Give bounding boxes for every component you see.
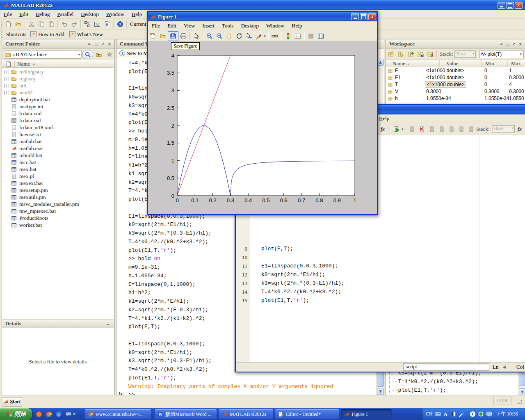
shortcut-arrow-icon[interactable]: ↗ bbox=[69, 31, 75, 37]
breadcrumb-bin[interactable]: bin bbox=[37, 51, 44, 58]
green-ball-icon[interactable] bbox=[477, 411, 484, 418]
import-variable-icon[interactable] bbox=[406, 50, 415, 59]
editor-line-10[interactable]: 10 bbox=[236, 253, 525, 262]
rotate-3d-icon[interactable] bbox=[234, 32, 244, 41]
breadcrumb-back[interactable]: « bbox=[12, 51, 15, 58]
font-a-icon[interactable]: A bbox=[442, 411, 449, 418]
print-figure-icon[interactable] bbox=[178, 32, 188, 41]
file-row-matlab-bat[interactable]: matlab.bat bbox=[2, 138, 114, 145]
file-row-util[interactable]: util bbox=[2, 82, 114, 89]
stack-select[interactable]: Base▾ bbox=[492, 125, 515, 132]
menu-item-desktop[interactable]: Desktop bbox=[237, 22, 262, 30]
shortcut-item-how-to-add[interactable]: How to Add bbox=[38, 31, 64, 38]
main-titlebar[interactable]: MATLAB R2012a × bbox=[0, 0, 525, 10]
save-figure-icon[interactable] bbox=[168, 31, 178, 41]
menu-item-window[interactable]: Window bbox=[262, 22, 288, 30]
workspace-row-t[interactable]: T<1x1000 double>04 bbox=[386, 81, 525, 88]
brush-dropdown-icon[interactable]: ▾ bbox=[264, 34, 266, 38]
plot-selector-dropdown-icon[interactable]: ▾ bbox=[520, 52, 522, 56]
file-row-m3iregistry[interactable]: m3iregistry bbox=[2, 68, 114, 75]
keyboard-icon[interactable] bbox=[434, 411, 441, 418]
file-row-lcdata-xsd[interactable]: lcdata.xsd bbox=[2, 117, 114, 124]
dock-icon[interactable]: ⇥ bbox=[498, 41, 504, 47]
task-button-microsoft-word[interactable]: W新增Microsoft Word ... bbox=[155, 409, 217, 419]
undo-icon[interactable] bbox=[59, 20, 69, 29]
open-folder-icon[interactable] bbox=[14, 20, 23, 29]
quick-launch-more-icon[interactable]: » bbox=[73, 410, 76, 416]
close-button[interactable]: × bbox=[515, 2, 523, 9]
command-history-panel[interactable]: --k3=sqrt(2*m.*(0.3-E1)/h1);--T=4*k0.^2.… bbox=[386, 370, 518, 395]
chevron-right-icon[interactable]: ▸ bbox=[34, 52, 36, 57]
name-column-label[interactable]: Name bbox=[17, 61, 30, 67]
file-row-mcc-bat[interactable]: mcc.bat bbox=[2, 159, 114, 166]
matlab-start-button[interactable]: Start bbox=[2, 397, 22, 406]
editor-line-13[interactable]: 13k3=sqrt(2*m.*(0.3-E1)/h1); bbox=[236, 279, 525, 288]
file-row-mw-mpiexec-bat[interactable]: mw_mpiexec.bat bbox=[2, 208, 114, 215]
editor-line-9[interactable]: 9plot(E,T); bbox=[236, 244, 525, 253]
expander-plus-icon[interactable] bbox=[5, 90, 9, 95]
chat-bubble-icon[interactable] bbox=[65, 411, 72, 418]
file-row-msvc-modules-installer-pm[interactable]: msvc_modules_installer.pm bbox=[2, 201, 114, 208]
maximize-panel-icon[interactable]: □ bbox=[93, 41, 100, 47]
chevron-left-icon[interactable] bbox=[469, 411, 476, 418]
function-browser-icon[interactable]: fx bbox=[379, 125, 388, 134]
undock-icon[interactable]: ↗ bbox=[511, 41, 517, 47]
save-variable-icon[interactable] bbox=[415, 50, 425, 59]
new-figure-icon[interactable] bbox=[148, 32, 158, 41]
details-header[interactable]: Details ⌄ bbox=[2, 319, 114, 328]
file-row-mbuild-bat[interactable]: mbuild.bat bbox=[2, 152, 114, 159]
task-button-www-cc-ntut-edu-tw[interactable]: www.cc.ntut.edu.tw/~... bbox=[85, 409, 151, 419]
plot-selector[interactable]: plot(T) ▾ bbox=[479, 50, 524, 58]
expander-plus-icon[interactable] bbox=[5, 83, 9, 88]
file-row-insttype-ini[interactable]: insttype.ini bbox=[2, 103, 114, 110]
new-variable-icon[interactable] bbox=[386, 50, 396, 59]
file-row-productroots[interactable]: ProductRoots bbox=[2, 215, 114, 221]
orange-ball-icon[interactable] bbox=[35, 411, 43, 418]
editor-line-14[interactable]: 14T=4*k0.^2./(k0.^2+k3.^2); bbox=[236, 288, 525, 296]
delete-variable-icon[interactable] bbox=[425, 50, 435, 59]
run-script-icon[interactable] bbox=[392, 125, 402, 134]
insert-legend-icon[interactable] bbox=[293, 32, 303, 41]
menu-item-tools[interactable]: Tools bbox=[218, 22, 237, 30]
menu-item-edit[interactable]: Edit bbox=[16, 10, 32, 18]
open-file-icon[interactable] bbox=[158, 32, 168, 41]
workspace-row-v[interactable]: V0.30000.30000.3000 bbox=[386, 88, 525, 95]
internet-explorer-icon[interactable]: e bbox=[55, 411, 62, 418]
fx-insert-icon[interactable]: fx bbox=[516, 125, 525, 134]
dock-icon[interactable]: ⇤ bbox=[87, 41, 93, 47]
task-button-figure-1[interactable]: Figure 1 bbox=[341, 409, 392, 419]
maximize-button[interactable] bbox=[360, 13, 368, 20]
run-dropdown-icon[interactable]: ▾ bbox=[402, 127, 404, 131]
edit-cursor-icon[interactable] bbox=[192, 32, 201, 41]
pen-input-icon[interactable] bbox=[458, 411, 465, 418]
column-header-max[interactable]: Max bbox=[511, 60, 521, 67]
m-file-icon[interactable] bbox=[102, 20, 112, 29]
show-plot-tools-icon[interactable] bbox=[316, 32, 326, 41]
clock[interactable]: 下午 10:36 bbox=[496, 411, 518, 418]
stack-select[interactable]: Base▾ bbox=[454, 50, 476, 58]
close-panel-icon[interactable]: × bbox=[106, 41, 113, 47]
breadcrumb-dropdown-icon[interactable]: ▾ bbox=[78, 52, 80, 57]
column-header-name[interactable]: Name ▲ bbox=[393, 60, 410, 67]
workspace-column-header[interactable]: Name ▲ValueMinMax bbox=[386, 60, 525, 67]
workspace-row-e1[interactable]: E1<1x1000 double>00.3000 bbox=[386, 74, 525, 81]
dock-figure-icon[interactable]: ↘ bbox=[369, 13, 373, 19]
pan-hand-icon[interactable] bbox=[224, 32, 234, 41]
brush-icon[interactable] bbox=[254, 32, 264, 41]
column-header-min[interactable]: Min bbox=[485, 60, 494, 67]
file-row-win32[interactable]: win32 bbox=[2, 89, 114, 96]
half-block-icon[interactable] bbox=[450, 411, 457, 418]
editor-code[interactable]: 9plot(E,T);1011E1=linspace(0,0.3,1000);1… bbox=[236, 244, 525, 305]
column-header-value[interactable]: Value bbox=[446, 60, 459, 67]
file-row-matlab-exe[interactable]: matlab.exe bbox=[2, 145, 114, 152]
menu-item-debug[interactable]: Debug bbox=[32, 10, 54, 18]
maximize-panel-icon[interactable]: □ bbox=[504, 41, 511, 47]
file-row-deploytool-bat[interactable]: deploytool.bat bbox=[2, 96, 114, 103]
menu-item-view[interactable]: View bbox=[180, 22, 199, 30]
file-row-mexext-bat[interactable]: mexext.bat bbox=[2, 180, 114, 187]
shortcut-item-what-s-new[interactable]: What's New bbox=[77, 31, 103, 38]
file-row-registry[interactable]: registry bbox=[2, 75, 114, 82]
hide-plot-tools-icon[interactable] bbox=[306, 32, 316, 41]
file-row-mex-pl[interactable]: mex.pl bbox=[2, 173, 114, 180]
search-icon[interactable] bbox=[82, 50, 93, 59]
